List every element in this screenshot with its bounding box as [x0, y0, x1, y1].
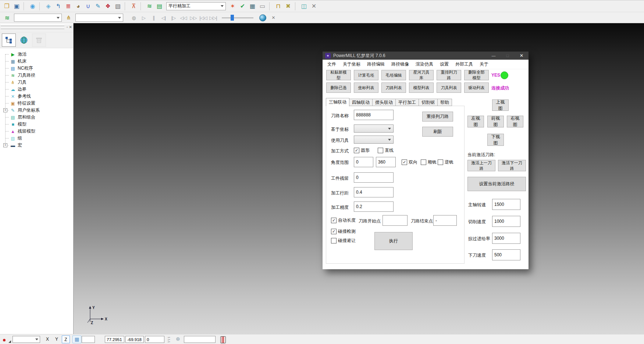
view-front-button[interactable]: 前视图 — [487, 116, 504, 127]
close-pane-icon[interactable]: ✕ — [69, 25, 72, 29]
tree-item-levels-sets[interactable]: ▤ 层和组合 — [0, 114, 73, 121]
calculator-icon[interactable]: ▦ — [248, 1, 257, 11]
recycle-bin-tab[interactable] — [32, 34, 46, 47]
menu-item[interactable]: 设置 — [437, 61, 452, 67]
view-left-button[interactable]: 左视图 — [467, 116, 484, 127]
tolerance-input[interactable]: 0.2 — [354, 201, 394, 212]
set-active-path-button[interactable]: 设置当前激活路径 — [467, 177, 526, 191]
shaded-ball-icon[interactable]: ◉ — [28, 1, 37, 11]
close-button[interactable]: ✕ — [515, 52, 529, 60]
curve-editor-icon[interactable]: ✎ — [93, 1, 103, 11]
dialog-tab[interactable]: 平行加工 — [395, 99, 419, 106]
fast-forward-icon[interactable]: ▷▷ — [189, 13, 198, 22]
tree-item-toolpaths[interactable]: ≋ 刀具路径 — [0, 72, 73, 79]
coord-z-input[interactable]: 0 — [145, 336, 164, 343]
status-dropdown[interactable] — [13, 336, 40, 343]
checkbox-box[interactable] — [421, 159, 426, 165]
checkbox-box[interactable]: ✓ — [331, 218, 337, 223]
minimize-button[interactable]: — — [487, 52, 501, 60]
action-button[interactable]: 粘贴新模型 — [326, 70, 351, 80]
stock-edit-icon[interactable]: ▧ — [113, 1, 122, 11]
action-button[interactable]: 删除全部模型 — [464, 70, 489, 80]
axis-y-button[interactable]: Y — [53, 336, 61, 343]
tree-item-groups[interactable]: ▧ 组 — [0, 135, 73, 142]
dialog-tab[interactable]: 帮助 — [437, 99, 452, 106]
save-project-icon[interactable]: ▣ — [12, 1, 21, 11]
bidirectional-checkbox[interactable]: ✓ 双向 — [402, 159, 417, 165]
angle-to-input[interactable]: 360 — [376, 157, 396, 167]
pattern-points-icon[interactable]: ❖ — [103, 1, 113, 11]
ruler-icon[interactable]: ▭ — [258, 1, 267, 11]
resize-grip-icon[interactable] — [8, 340, 11, 343]
axis-x-button[interactable]: X — [43, 336, 51, 343]
go-start-icon[interactable]: |◁◁ — [199, 13, 208, 22]
go-end-icon[interactable]: ▷▷| — [209, 13, 218, 22]
action-button[interactable]: 删除已选 — [326, 83, 351, 93]
step-back-icon[interactable]: ◁| — [159, 13, 168, 22]
status-value-input[interactable] — [184, 336, 216, 343]
coord-x-input[interactable]: 77.2951 — [105, 336, 124, 343]
drilling-icon[interactable]: ⊼ — [129, 1, 138, 11]
checkbox-box[interactable] — [438, 159, 443, 165]
menu-item[interactable]: 关于 — [476, 61, 492, 67]
use-tool-dropdown[interactable] — [354, 136, 394, 144]
menu-item[interactable]: 路径镜像 — [388, 61, 412, 67]
menu-item[interactable]: 关于坐标 — [339, 61, 364, 67]
light-icon[interactable]: ◍ — [129, 13, 138, 22]
speed-field-input[interactable]: 1000 — [492, 216, 520, 227]
block-icon[interactable]: ◈ — [44, 1, 53, 11]
dialog-titlebar[interactable]: ✦ PowerMILL 忆梦星河 7.0.6 — □ ✕ — [323, 52, 529, 60]
checkbox-box[interactable]: ✓ — [331, 229, 337, 234]
tool-holder-icon[interactable]: ⊓ — [274, 1, 283, 11]
action-button[interactable]: 计算毛坯 — [354, 70, 378, 80]
transform-icon[interactable]: ✖ — [284, 1, 293, 11]
action-button[interactable]: 重排列刀路 — [437, 70, 461, 80]
action-button[interactable]: 刀具列表 — [437, 83, 461, 93]
rapid-move-icon[interactable]: ↰ — [54, 1, 63, 11]
checkbox-box[interactable] — [378, 148, 383, 153]
globe-tab[interactable] — [17, 34, 31, 47]
refresh-button[interactable]: 刷新 — [422, 127, 453, 137]
toolpath-verify-icon[interactable]: ✶ — [228, 1, 237, 11]
page-preview-icon[interactable] — [220, 336, 226, 343]
slider-thumb[interactable] — [231, 15, 234, 21]
drag-gripper[interactable] — [1, 24, 64, 26]
step-forward-icon[interactable]: |▷ — [169, 13, 178, 22]
speed-field-input[interactable]: 1500 — [492, 199, 520, 210]
boundary-icon[interactable]: ∪ — [83, 1, 93, 11]
toolbar-close-icon[interactable]: ✕ — [309, 1, 319, 11]
dialog-tab[interactable]: 切割锯 — [419, 99, 438, 106]
menu-item[interactable]: 文件 — [324, 61, 339, 67]
tree-item-tools[interactable]: ⋔ 刀具 — [0, 79, 73, 86]
tree-expander[interactable]: + — [3, 143, 7, 147]
dialog-tab[interactable]: 三轴联动 — [326, 98, 349, 106]
simulation-clock-icon[interactable] — [259, 14, 266, 21]
tree-item-machine-tools[interactable]: ▦ 机床 — [0, 58, 73, 65]
play-icon[interactable]: ▷ — [139, 13, 148, 22]
auto-length-checkbox[interactable]: ✓ 自动长度 — [331, 217, 356, 224]
action-button[interactable]: 刀路列表 — [381, 83, 406, 93]
grid-size-input[interactable] — [82, 336, 95, 343]
stepover-input[interactable]: 0.4 — [354, 187, 394, 197]
activate-prev-toolpath-button[interactable]: 激活上一刀路 — [467, 160, 495, 171]
tree-item-patterns[interactable]: ✕ 参考线 — [0, 93, 73, 100]
dialog-tab[interactable]: 四轴联动 — [349, 99, 373, 106]
explorer-header[interactable]: ▫ ✕ — [0, 24, 73, 32]
tree-item-feature-sets[interactable]: ▣ 特征设置 — [0, 100, 73, 107]
checkbox-box[interactable]: ✓ — [402, 159, 407, 165]
activate-next-toolpath-button[interactable]: 激活下一刀路 — [498, 160, 526, 171]
strategy-list-icon[interactable]: ▤ — [155, 1, 164, 11]
menu-item[interactable]: 路径编辑 — [364, 61, 388, 67]
speed-field-input[interactable]: 3000 — [492, 233, 520, 244]
tools-icon[interactable]: ⋔ — [64, 13, 73, 22]
drag-gripper[interactable] — [1, 27, 64, 29]
checkbox-box[interactable] — [331, 238, 337, 243]
mode-line-checkbox[interactable]: 直线 — [378, 147, 394, 154]
action-button[interactable]: 坐标列表 — [354, 83, 378, 93]
sim-tool-dropdown[interactable] — [75, 14, 123, 22]
open-project-icon[interactable]: ❐ — [2, 1, 11, 11]
compass-icon[interactable]: ⊕ — [176, 336, 180, 342]
reorder-toolpaths-button[interactable]: 重排列刀路 — [422, 112, 453, 122]
toolpath-check-icon[interactable]: ✔ — [238, 1, 247, 11]
tree-item-activate[interactable]: ▶ 激活 — [0, 51, 73, 58]
